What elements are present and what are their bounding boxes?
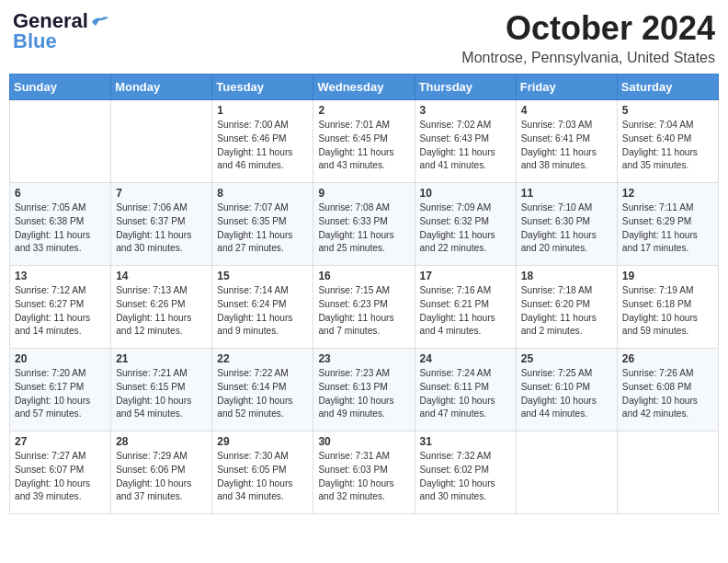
day-info: Sunrise: 7:16 AMSunset: 6:21 PMDaylight:… [420, 284, 511, 339]
calendar-cell: 8Sunrise: 7:07 AMSunset: 6:35 PMDaylight… [212, 183, 313, 266]
weekday-header-saturday: Saturday [617, 75, 718, 100]
day-number: 11 [521, 187, 612, 200]
calendar-week-row: 1Sunrise: 7:00 AMSunset: 6:46 PMDaylight… [10, 100, 719, 183]
day-number: 12 [622, 187, 713, 200]
weekday-header-friday: Friday [516, 75, 617, 100]
day-number: 31 [420, 435, 511, 448]
calendar-cell: 24Sunrise: 7:24 AMSunset: 6:11 PMDayligh… [415, 349, 516, 431]
calendar-cell: 9Sunrise: 7:08 AMSunset: 6:33 PMDaylight… [313, 183, 415, 266]
day-number: 24 [420, 352, 511, 365]
day-number: 23 [318, 352, 409, 365]
calendar-cell [516, 431, 617, 514]
day-number: 30 [318, 435, 409, 448]
calendar-cell: 6Sunrise: 7:05 AMSunset: 6:38 PMDaylight… [10, 183, 111, 266]
day-number: 25 [521, 352, 612, 365]
calendar-cell: 23Sunrise: 7:23 AMSunset: 6:13 PMDayligh… [313, 349, 415, 431]
calendar-cell: 1Sunrise: 7:00 AMSunset: 6:46 PMDaylight… [212, 100, 313, 183]
day-number: 15 [217, 270, 308, 282]
calendar-week-row: 27Sunrise: 7:27 AMSunset: 6:07 PMDayligh… [10, 431, 719, 514]
day-number: 8 [217, 187, 308, 200]
calendar-cell: 3Sunrise: 7:02 AMSunset: 6:43 PMDaylight… [415, 100, 516, 183]
calendar-cell: 14Sunrise: 7:13 AMSunset: 6:26 PMDayligh… [111, 266, 212, 349]
calendar-cell: 18Sunrise: 7:18 AMSunset: 6:20 PMDayligh… [516, 266, 617, 349]
calendar-cell: 4Sunrise: 7:03 AMSunset: 6:41 PMDaylight… [516, 100, 617, 183]
calendar-cell: 7Sunrise: 7:06 AMSunset: 6:37 PMDaylight… [111, 183, 212, 266]
day-number: 16 [318, 270, 409, 282]
calendar-cell: 30Sunrise: 7:31 AMSunset: 6:03 PMDayligh… [313, 431, 415, 514]
day-info: Sunrise: 7:26 AMSunset: 6:08 PMDaylight:… [622, 367, 713, 421]
calendar-cell: 31Sunrise: 7:32 AMSunset: 6:02 PMDayligh… [415, 431, 516, 514]
calendar-cell: 13Sunrise: 7:12 AMSunset: 6:27 PMDayligh… [10, 266, 111, 349]
calendar-cell: 10Sunrise: 7:09 AMSunset: 6:32 PMDayligh… [415, 183, 516, 266]
day-info: Sunrise: 7:10 AMSunset: 6:30 PMDaylight:… [521, 201, 612, 256]
day-info: Sunrise: 7:07 AMSunset: 6:35 PMDaylight:… [217, 201, 308, 256]
day-number: 3 [420, 104, 511, 117]
logo-bird-icon [90, 15, 110, 29]
calendar-cell: 2Sunrise: 7:01 AMSunset: 6:45 PMDaylight… [313, 100, 415, 183]
day-number: 13 [15, 270, 106, 282]
day-number: 20 [15, 352, 106, 365]
day-number: 21 [116, 352, 207, 365]
calendar-week-row: 13Sunrise: 7:12 AMSunset: 6:27 PMDayligh… [10, 266, 719, 349]
calendar-cell: 17Sunrise: 7:16 AMSunset: 6:21 PMDayligh… [415, 266, 516, 349]
logo-blue-text: Blue [13, 29, 57, 53]
day-info: Sunrise: 7:25 AMSunset: 6:10 PMDaylight:… [521, 367, 612, 421]
calendar-cell: 11Sunrise: 7:10 AMSunset: 6:30 PMDayligh… [516, 183, 617, 266]
weekday-header-monday: Monday [111, 75, 212, 100]
calendar-cell [111, 100, 212, 183]
day-info: Sunrise: 7:09 AMSunset: 6:32 PMDaylight:… [420, 201, 511, 256]
day-info: Sunrise: 7:08 AMSunset: 6:33 PMDaylight:… [318, 201, 409, 256]
day-number: 28 [116, 435, 207, 448]
day-info: Sunrise: 7:24 AMSunset: 6:11 PMDaylight:… [420, 367, 511, 421]
weekday-header-sunday: Sunday [10, 75, 111, 100]
day-number: 14 [116, 270, 207, 282]
calendar-table: SundayMondayTuesdayWednesdayThursdayFrid… [9, 74, 719, 514]
day-number: 17 [420, 270, 511, 282]
day-number: 1 [217, 104, 308, 117]
day-number: 19 [622, 270, 713, 282]
page-header: General Blue October 2024 Montrose, Penn… [9, 9, 719, 66]
day-info: Sunrise: 7:00 AMSunset: 6:46 PMDaylight:… [217, 119, 308, 173]
calendar-cell: 25Sunrise: 7:25 AMSunset: 6:10 PMDayligh… [516, 349, 617, 431]
day-number: 29 [217, 435, 308, 448]
calendar-cell [10, 100, 111, 183]
day-info: Sunrise: 7:27 AMSunset: 6:07 PMDaylight:… [15, 450, 106, 504]
day-number: 2 [318, 104, 409, 117]
day-info: Sunrise: 7:21 AMSunset: 6:15 PMDaylight:… [116, 367, 207, 421]
subtitle: Montrose, Pennsylvania, United States [461, 50, 715, 66]
calendar-cell: 12Sunrise: 7:11 AMSunset: 6:29 PMDayligh… [617, 183, 718, 266]
calendar-cell: 20Sunrise: 7:20 AMSunset: 6:17 PMDayligh… [10, 349, 111, 431]
main-title: October 2024 [461, 9, 715, 48]
day-number: 27 [15, 435, 106, 448]
calendar-cell [617, 431, 718, 514]
logo: General Blue [13, 9, 110, 53]
calendar-cell: 16Sunrise: 7:15 AMSunset: 6:23 PMDayligh… [313, 266, 415, 349]
day-info: Sunrise: 7:30 AMSunset: 6:05 PMDaylight:… [217, 450, 308, 504]
calendar-cell: 22Sunrise: 7:22 AMSunset: 6:14 PMDayligh… [212, 349, 313, 431]
calendar-week-row: 20Sunrise: 7:20 AMSunset: 6:17 PMDayligh… [10, 349, 719, 431]
day-info: Sunrise: 7:05 AMSunset: 6:38 PMDaylight:… [15, 201, 106, 256]
day-info: Sunrise: 7:02 AMSunset: 6:43 PMDaylight:… [420, 119, 511, 173]
calendar-cell: 21Sunrise: 7:21 AMSunset: 6:15 PMDayligh… [111, 349, 212, 431]
calendar-week-row: 6Sunrise: 7:05 AMSunset: 6:38 PMDaylight… [10, 183, 719, 266]
day-info: Sunrise: 7:29 AMSunset: 6:06 PMDaylight:… [116, 450, 207, 504]
day-info: Sunrise: 7:20 AMSunset: 6:17 PMDaylight:… [15, 367, 106, 421]
calendar-cell: 29Sunrise: 7:30 AMSunset: 6:05 PMDayligh… [212, 431, 313, 514]
calendar-cell: 19Sunrise: 7:19 AMSunset: 6:18 PMDayligh… [617, 266, 718, 349]
day-number: 10 [420, 187, 511, 200]
day-info: Sunrise: 7:19 AMSunset: 6:18 PMDaylight:… [622, 284, 713, 339]
title-block: October 2024 Montrose, Pennsylvania, Uni… [461, 9, 715, 66]
day-info: Sunrise: 7:14 AMSunset: 6:24 PMDaylight:… [217, 284, 308, 339]
weekday-header-tuesday: Tuesday [212, 75, 313, 100]
day-info: Sunrise: 7:15 AMSunset: 6:23 PMDaylight:… [318, 284, 409, 339]
day-info: Sunrise: 7:01 AMSunset: 6:45 PMDaylight:… [318, 119, 409, 173]
day-number: 22 [217, 352, 308, 365]
day-info: Sunrise: 7:12 AMSunset: 6:27 PMDaylight:… [15, 284, 106, 339]
day-number: 4 [521, 104, 612, 117]
day-info: Sunrise: 7:18 AMSunset: 6:20 PMDaylight:… [521, 284, 612, 339]
day-number: 6 [15, 187, 106, 200]
day-info: Sunrise: 7:32 AMSunset: 6:02 PMDaylight:… [420, 450, 511, 504]
weekday-header-wednesday: Wednesday [313, 75, 415, 100]
calendar-cell: 5Sunrise: 7:04 AMSunset: 6:40 PMDaylight… [617, 100, 718, 183]
day-info: Sunrise: 7:04 AMSunset: 6:40 PMDaylight:… [622, 119, 713, 173]
